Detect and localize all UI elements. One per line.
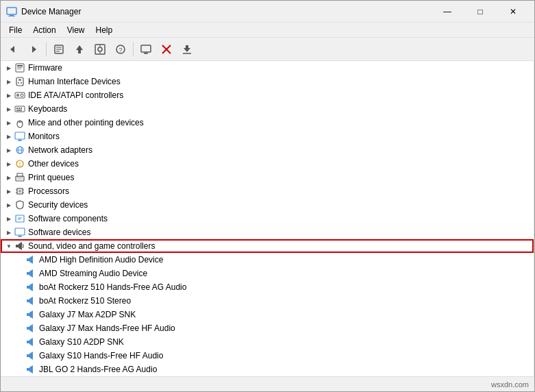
svg-rect-35 bbox=[16, 108, 18, 109]
tree-item-galaxy-j7-a2dp[interactable]: Galaxy J7 Max A2DP SNK bbox=[1, 308, 534, 321]
menu-help[interactable]: Help bbox=[90, 23, 119, 38]
svg-rect-83 bbox=[27, 368, 29, 371]
icon-hid bbox=[14, 76, 25, 87]
expander-ide[interactable] bbox=[3, 90, 14, 101]
tree-item-sound[interactable]: Sound, video and game controllers bbox=[1, 239, 534, 253]
menu-file[interactable]: File bbox=[3, 23, 27, 38]
expander-boat-510-stereo[interactable] bbox=[14, 295, 25, 306]
expander-jbl-go2-ag[interactable] bbox=[14, 364, 25, 375]
tree-item-monitors[interactable]: Monitors bbox=[1, 130, 534, 143]
tree-item-amd-streaming[interactable]: AMD Streaming Audio Device bbox=[1, 267, 534, 280]
expander-galaxy-j7-a2dp[interactable] bbox=[14, 309, 25, 320]
expander-processors[interactable] bbox=[3, 186, 14, 197]
svg-rect-37 bbox=[21, 108, 22, 109]
label-sound: Sound, video and game controllers bbox=[28, 241, 155, 251]
forward-button[interactable] bbox=[24, 40, 43, 58]
icon-print bbox=[14, 172, 25, 183]
tree-item-other[interactable]: !Other devices bbox=[1, 157, 534, 171]
label-galaxy-j7-hf: Galaxy J7 Max Hands-Free HF Audio bbox=[39, 323, 175, 333]
tree-item-boat-510-ag[interactable]: boAt Rockerz 510 Hands-Free AG Audio bbox=[1, 280, 534, 294]
svg-rect-42 bbox=[15, 132, 25, 139]
expander-software-dev[interactable] bbox=[3, 227, 14, 238]
expander-network[interactable] bbox=[3, 145, 14, 156]
icon-ide bbox=[14, 90, 25, 101]
properties-button[interactable] bbox=[49, 40, 69, 58]
maximize-button[interactable]: □ bbox=[464, 2, 496, 21]
label-galaxy-s10-hf: Galaxy S10 Hands-Free HF Audio bbox=[39, 351, 163, 360]
tree-item-galaxy-j7-hf[interactable]: Galaxy J7 Max Hands-Free HF Audio bbox=[1, 321, 534, 335]
svg-text:?: ? bbox=[119, 47, 122, 53]
menu-action[interactable]: Action bbox=[27, 23, 61, 38]
expander-sound[interactable] bbox=[3, 241, 14, 252]
tree-item-galaxy-s10-hf[interactable]: Galaxy S10 Hands-Free HF Audio bbox=[1, 349, 534, 363]
expander-mice[interactable] bbox=[3, 117, 14, 128]
title-bar-controls: — □ ✕ bbox=[432, 2, 529, 21]
tree-item-ide[interactable]: IDE ATA/ATAPI controllers bbox=[1, 88, 534, 102]
tree-item-galaxy-s10-a2dp[interactable]: Galaxy S10 A2DP SNK bbox=[1, 335, 534, 349]
tree-item-boat-510-stereo[interactable]: boAt Rockerz 510 Stereo bbox=[1, 294, 534, 308]
expander-hid[interactable] bbox=[3, 76, 14, 87]
expander-boat-510-ag[interactable] bbox=[14, 282, 25, 293]
tree-item-network[interactable]: Network adapters bbox=[1, 143, 534, 157]
svg-rect-75 bbox=[27, 313, 29, 316]
tree-item-keyboards[interactable]: Keyboards bbox=[1, 102, 534, 116]
tree-item-processors[interactable]: Processors bbox=[1, 184, 534, 198]
svg-rect-25 bbox=[17, 67, 23, 68]
expander-security[interactable] bbox=[3, 199, 14, 210]
icon-jbl-go2-ag bbox=[25, 364, 36, 375]
expander-amd-hd-audio[interactable] bbox=[14, 254, 25, 265]
svg-marker-9 bbox=[76, 45, 83, 53]
expander-print[interactable] bbox=[3, 172, 14, 183]
svg-point-29 bbox=[18, 82, 19, 84]
expander-software[interactable] bbox=[3, 213, 14, 224]
expander-amd-streaming[interactable] bbox=[14, 268, 25, 279]
disable-button[interactable] bbox=[157, 40, 176, 58]
expander-galaxy-s10-hf[interactable] bbox=[14, 350, 25, 361]
svg-rect-26 bbox=[17, 69, 21, 69]
expander-monitors[interactable] bbox=[3, 131, 14, 142]
svg-point-30 bbox=[21, 82, 22, 84]
svg-rect-52 bbox=[17, 178, 23, 180]
label-security: Security devices bbox=[28, 200, 88, 210]
tree-item-amd-hd-audio[interactable]: AMD High Definition Audio Device bbox=[1, 253, 534, 267]
icon-boat-510-ag bbox=[25, 282, 36, 293]
back-button[interactable] bbox=[3, 40, 23, 58]
screen-button[interactable] bbox=[136, 40, 155, 58]
label-jbl-go2-ag: JBL GO 2 Hands-Free AG Audio bbox=[39, 365, 157, 374]
expander-galaxy-s10-a2dp[interactable] bbox=[14, 336, 25, 347]
label-firmware: Firmware bbox=[28, 63, 62, 73]
menu-view[interactable]: View bbox=[62, 23, 90, 38]
label-mice: Mice and other pointing devices bbox=[28, 118, 144, 127]
tree-item-software[interactable]: Software components bbox=[1, 212, 534, 225]
expander-keyboards[interactable] bbox=[3, 103, 14, 114]
svg-marker-76 bbox=[29, 310, 33, 319]
icon-keyboards bbox=[14, 103, 25, 114]
minimize-button[interactable]: — bbox=[432, 2, 463, 21]
download-button[interactable] bbox=[177, 40, 197, 58]
expander-other[interactable] bbox=[3, 158, 14, 169]
expander-galaxy-j7-hf[interactable] bbox=[14, 323, 25, 334]
close-button[interactable]: ✕ bbox=[497, 2, 529, 21]
label-keyboards: Keyboards bbox=[28, 104, 67, 114]
label-amd-streaming: AMD Streaming Audio Device bbox=[39, 269, 147, 278]
svg-marker-70 bbox=[29, 269, 33, 278]
label-monitors: Monitors bbox=[28, 132, 60, 141]
expander-firmware[interactable] bbox=[3, 62, 14, 73]
scan-button[interactable] bbox=[90, 40, 110, 58]
svg-rect-67 bbox=[27, 258, 29, 261]
svg-rect-36 bbox=[18, 108, 20, 109]
tree-item-hid[interactable]: Human Interface Devices bbox=[1, 75, 534, 88]
title-bar-icon bbox=[6, 6, 17, 17]
tree-item-software-dev[interactable]: Software devices bbox=[1, 225, 534, 239]
update-driver-button[interactable] bbox=[70, 40, 89, 58]
tree-item-firmware[interactable]: Firmware bbox=[1, 61, 534, 75]
label-amd-hd-audio: AMD High Definition Audio Device bbox=[39, 255, 163, 265]
help-toolbar-button[interactable]: ? bbox=[111, 40, 130, 58]
svg-rect-16 bbox=[141, 45, 151, 52]
svg-rect-62 bbox=[15, 228, 25, 235]
tree-panel[interactable]: FirmwareHuman Interface DevicesIDE ATA/A… bbox=[1, 61, 534, 376]
tree-item-mice[interactable]: Mice and other pointing devices bbox=[1, 116, 534, 130]
tree-item-security[interactable]: Security devices bbox=[1, 198, 534, 212]
tree-item-print[interactable]: Print queues bbox=[1, 171, 534, 184]
tree-item-jbl-go2-ag[interactable]: JBL GO 2 Hands-Free AG Audio bbox=[1, 363, 534, 376]
